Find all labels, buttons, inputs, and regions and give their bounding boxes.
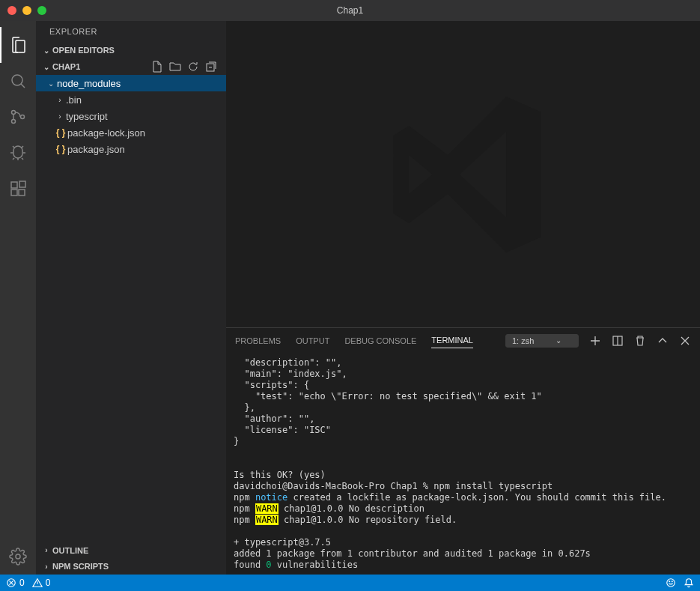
outline-section[interactable]: › OUTLINE	[36, 542, 226, 558]
sidebar: EXPLORER ⌄ OPEN EDITORS ⌄ CHAP1 ⌄ node_m…	[36, 21, 226, 575]
vscode-watermark-icon	[366, 77, 561, 272]
chevron-right-icon: ›	[40, 546, 52, 554]
feedback-smiley-icon[interactable]	[666, 578, 676, 588]
main: EXPLORER ⌄ OPEN EDITORS ⌄ CHAP1 ⌄ node_m…	[0, 21, 700, 575]
search-icon[interactable]	[0, 63, 36, 99]
shell-label: 1: zsh	[512, 336, 534, 345]
warning-icon	[32, 578, 43, 588]
outline-label: OUTLINE	[52, 546, 88, 555]
debug-icon[interactable]	[0, 135, 36, 171]
refresh-icon[interactable]	[187, 61, 199, 73]
json-file-icon: { }	[54, 127, 67, 138]
chevron-right-icon: ›	[54, 112, 66, 121]
svg-point-1	[12, 111, 16, 115]
open-editors-section[interactable]: ⌄ OPEN EDITORS	[36, 42, 226, 58]
activity-bar	[0, 21, 36, 575]
collapse-all-icon[interactable]	[205, 61, 217, 73]
fullscreen-window-button[interactable]	[37, 6, 46, 15]
tab-output[interactable]: OUTPUT	[296, 333, 329, 348]
explorer-header: EXPLORER	[36, 21, 226, 42]
svg-rect-4	[11, 182, 17, 188]
npm-scripts-section[interactable]: › NPM SCRIPTS	[36, 558, 226, 575]
tab-problems[interactable]: PROBLEMS	[235, 333, 281, 348]
split-terminal-icon[interactable]	[612, 335, 624, 347]
chevron-down-icon: ⌄	[40, 63, 52, 71]
svg-point-14	[672, 581, 672, 582]
panel: PROBLEMS OUTPUT DEBUG CONSOLE TERMINAL 1…	[226, 327, 700, 575]
tree-label: .bin	[66, 94, 82, 106]
tree-folder-bin[interactable]: › .bin	[36, 91, 226, 108]
tree-folder-typescript[interactable]: › typescript	[36, 108, 226, 124]
svg-point-13	[669, 581, 670, 582]
tree-label: package-lock.json	[67, 127, 145, 139]
maximize-panel-icon[interactable]	[657, 335, 669, 347]
window-controls	[7, 6, 46, 15]
chevron-right-icon: ›	[54, 96, 66, 104]
panel-tabs: PROBLEMS OUTPUT DEBUG CONSOLE TERMINAL 1…	[226, 328, 700, 353]
settings-gear-icon[interactable]	[0, 539, 36, 575]
tree-file-package-json[interactable]: { } package.json	[36, 141, 226, 157]
tab-debug-console[interactable]: DEBUG CONSOLE	[344, 333, 416, 348]
close-window-button[interactable]	[7, 6, 16, 15]
status-bar: 0 0	[0, 575, 700, 591]
notifications-bell-icon[interactable]	[684, 578, 694, 588]
source-control-icon[interactable]	[0, 99, 36, 135]
editor-area: PROBLEMS OUTPUT DEBUG CONSOLE TERMINAL 1…	[226, 21, 700, 575]
close-panel-icon[interactable]	[679, 335, 691, 347]
tree-folder-node-modules[interactable]: ⌄ node_modules	[36, 75, 226, 91]
chevron-down-icon: ⌄	[40, 46, 52, 55]
svg-rect-7	[19, 181, 25, 187]
terminal-shell-select[interactable]: 1: zsh ⌄	[505, 334, 579, 348]
kill-terminal-icon[interactable]	[634, 335, 646, 347]
folder-section[interactable]: ⌄ CHAP1	[36, 58, 226, 75]
chevron-down-icon: ⌄	[556, 336, 561, 345]
svg-rect-6	[19, 190, 25, 196]
tab-terminal[interactable]: TERMINAL	[431, 333, 473, 348]
new-folder-icon[interactable]	[169, 61, 181, 73]
status-errors[interactable]: 0	[6, 578, 25, 588]
minimize-window-button[interactable]	[22, 6, 31, 15]
svg-point-8	[16, 554, 20, 559]
open-editors-label: OPEN EDITORS	[52, 46, 115, 55]
svg-point-0	[12, 75, 22, 85]
svg-rect-5	[11, 190, 17, 196]
file-tree: ⌄ node_modules › .bin › typescript { } p…	[36, 75, 226, 542]
svg-point-2	[12, 120, 16, 124]
extensions-icon[interactable]	[0, 171, 36, 207]
folder-actions	[151, 61, 222, 73]
terminal-output[interactable]: "description": "", "main": "index.js", "…	[226, 353, 700, 575]
npm-scripts-label: NPM SCRIPTS	[52, 562, 109, 571]
tree-label: typescript	[66, 111, 108, 122]
tree-label: node_modules	[57, 78, 121, 89]
new-file-icon[interactable]	[151, 61, 163, 73]
editor-empty	[226, 21, 700, 327]
tree-file-package-lock[interactable]: { } package-lock.json	[36, 124, 226, 141]
status-warnings[interactable]: 0	[32, 578, 51, 588]
svg-point-3	[21, 115, 25, 119]
tree-label: package.json	[67, 144, 125, 155]
folder-label: CHAP1	[52, 62, 80, 71]
chevron-right-icon: ›	[40, 563, 52, 571]
new-terminal-icon[interactable]	[589, 335, 601, 347]
window-title: Chap1	[337, 5, 363, 16]
titlebar: Chap1	[0, 0, 700, 21]
json-file-icon: { }	[54, 144, 67, 154]
svg-point-12	[667, 579, 675, 587]
chevron-down-icon: ⌄	[45, 79, 57, 88]
error-icon	[6, 578, 16, 588]
explorer-icon[interactable]	[0, 27, 36, 63]
